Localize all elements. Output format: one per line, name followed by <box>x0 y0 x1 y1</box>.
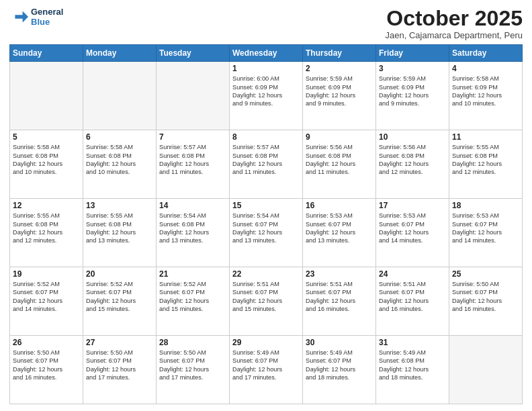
cell-info-line: Sunset: 6:08 PM <box>86 220 153 228</box>
cell-info-line: Sunrise: 5:50 AM <box>13 349 80 357</box>
day-number: 19 <box>13 269 80 279</box>
cell-info-line: Sunrise: 5:49 AM <box>232 349 300 357</box>
calendar-cell <box>83 62 157 130</box>
cell-info-line: and 14 minutes. <box>13 305 80 313</box>
cell-info-line: Sunset: 6:08 PM <box>306 152 373 160</box>
cell-info-line: Sunset: 6:09 PM <box>306 83 373 91</box>
calendar-cell: 27Sunrise: 5:50 AMSunset: 6:07 PMDayligh… <box>83 336 157 404</box>
cell-info-line: and 15 minutes. <box>86 305 153 313</box>
cell-info-line: Sunset: 6:08 PM <box>13 152 80 160</box>
cell-info-line: Daylight: 12 hours <box>306 91 373 99</box>
cell-info-line: and 16 minutes. <box>452 305 519 313</box>
cell-info-line: Daylight: 12 hours <box>379 160 446 168</box>
cell-info-line: Sunrise: 5:52 AM <box>159 280 226 288</box>
weekday-header: Saturday <box>449 45 523 62</box>
cell-info-line: Daylight: 12 hours <box>159 160 226 168</box>
calendar-cell: 12Sunrise: 5:55 AMSunset: 6:08 PMDayligh… <box>10 199 83 267</box>
cell-info-line: Daylight: 12 hours <box>86 160 153 168</box>
cell-info-line: Sunrise: 5:57 AM <box>159 143 226 151</box>
cell-info-line: Daylight: 12 hours <box>306 160 373 168</box>
cell-info-line: Sunrise: 5:54 AM <box>159 212 226 220</box>
weekday-header-row: SundayMondayTuesdayWednesdayThursdayFrid… <box>10 45 523 62</box>
calendar-cell: 6Sunrise: 5:58 AMSunset: 6:08 PMDaylight… <box>83 130 157 199</box>
day-number: 22 <box>232 269 300 279</box>
cell-info-line: Sunset: 6:09 PM <box>232 83 300 91</box>
cell-info-line: Sunrise: 5:54 AM <box>232 212 300 220</box>
cell-info-line: Sunset: 6:07 PM <box>13 288 80 296</box>
calendar-cell: 20Sunrise: 5:52 AMSunset: 6:07 PMDayligh… <box>83 267 157 336</box>
calendar-cell: 5Sunrise: 5:58 AMSunset: 6:08 PMDaylight… <box>10 130 83 199</box>
svg-marker-0 <box>15 11 28 23</box>
cell-info-line: Daylight: 12 hours <box>452 160 519 168</box>
calendar-row: 26Sunrise: 5:50 AMSunset: 6:07 PMDayligh… <box>10 336 523 404</box>
day-number: 26 <box>13 338 80 347</box>
cell-info-line: Sunset: 6:07 PM <box>86 288 153 296</box>
day-number: 12 <box>13 201 80 210</box>
cell-info-line: Sunset: 6:08 PM <box>232 152 300 160</box>
cell-info-line: Sunrise: 5:56 AM <box>379 143 446 151</box>
calendar-cell: 22Sunrise: 5:51 AMSunset: 6:07 PMDayligh… <box>230 267 303 336</box>
cell-info-line: Sunrise: 5:53 AM <box>306 212 373 220</box>
cell-info-line: Sunrise: 5:59 AM <box>379 75 446 83</box>
calendar-row: 12Sunrise: 5:55 AMSunset: 6:08 PMDayligh… <box>10 199 523 267</box>
calendar-cell: 26Sunrise: 5:50 AMSunset: 6:07 PMDayligh… <box>10 336 83 404</box>
calendar-cell: 21Sunrise: 5:52 AMSunset: 6:07 PMDayligh… <box>157 267 230 336</box>
weekday-header: Tuesday <box>157 45 230 62</box>
cell-info-line: Daylight: 12 hours <box>159 365 226 373</box>
day-number: 18 <box>452 201 519 210</box>
day-number: 24 <box>379 269 446 279</box>
cell-info-line: Sunrise: 5:56 AM <box>306 143 373 151</box>
day-number: 4 <box>452 64 519 73</box>
calendar-cell: 1Sunrise: 6:00 AMSunset: 6:09 PMDaylight… <box>230 62 303 130</box>
cell-info-line: and 13 minutes. <box>86 236 153 244</box>
cell-info-line: Sunrise: 5:53 AM <box>379 212 446 220</box>
logo-text: General Blue <box>31 7 63 27</box>
cell-info-line: and 14 minutes. <box>452 236 519 244</box>
cell-info-line: and 9 minutes. <box>306 99 373 107</box>
calendar-cell: 23Sunrise: 5:51 AMSunset: 6:07 PMDayligh… <box>303 267 376 336</box>
cell-info-line: and 15 minutes. <box>232 305 300 313</box>
cell-info-line: and 17 minutes. <box>232 373 300 381</box>
cell-info-line: and 18 minutes. <box>379 373 446 381</box>
cell-info-line: Sunset: 6:08 PM <box>452 152 519 160</box>
page: General Blue October 2025 Jaen, Cajamarc… <box>0 0 532 411</box>
cell-info-line: Daylight: 12 hours <box>13 297 80 305</box>
cell-info-line: Sunrise: 5:58 AM <box>452 75 519 83</box>
cell-info-line: Sunset: 6:07 PM <box>86 357 153 365</box>
day-number: 10 <box>379 132 446 142</box>
calendar-cell: 18Sunrise: 5:53 AMSunset: 6:07 PMDayligh… <box>449 199 523 267</box>
day-number: 6 <box>86 132 153 142</box>
cell-info-line: Sunrise: 5:57 AM <box>232 143 300 151</box>
cell-info-line: Sunset: 6:07 PM <box>306 357 373 365</box>
cell-info-line: Sunrise: 5:49 AM <box>306 349 373 357</box>
day-number: 13 <box>86 201 153 210</box>
cell-info-line: Daylight: 12 hours <box>379 228 446 236</box>
title-block: October 2025 Jaen, Cajamarca Department,… <box>386 7 523 40</box>
cell-info-line: Daylight: 12 hours <box>232 365 300 373</box>
day-number: 23 <box>306 269 373 279</box>
day-number: 21 <box>159 269 226 279</box>
cell-info-line: and 13 minutes. <box>159 236 226 244</box>
cell-info-line: Sunset: 6:07 PM <box>159 357 226 365</box>
cell-info-line: Daylight: 12 hours <box>86 228 153 236</box>
day-number: 14 <box>159 201 226 210</box>
cell-info-line: and 9 minutes. <box>379 99 446 107</box>
cell-info-line: Daylight: 12 hours <box>86 365 153 373</box>
cell-info-line: and 10 minutes. <box>86 168 153 176</box>
cell-info-line: Daylight: 12 hours <box>379 297 446 305</box>
calendar-cell: 15Sunrise: 5:54 AMSunset: 6:07 PMDayligh… <box>230 199 303 267</box>
cell-info-line: Daylight: 12 hours <box>13 228 80 236</box>
cell-info-line: Sunrise: 5:51 AM <box>232 280 300 288</box>
cell-info-line: Daylight: 12 hours <box>306 228 373 236</box>
cell-info-line: and 13 minutes. <box>306 236 373 244</box>
day-number: 7 <box>159 132 226 142</box>
cell-info-line: and 10 minutes. <box>452 99 519 107</box>
cell-info-line: Sunrise: 5:53 AM <box>452 212 519 220</box>
cell-info-line: Sunrise: 5:50 AM <box>159 349 226 357</box>
cell-info-line: and 16 minutes. <box>306 305 373 313</box>
cell-info-line: Sunrise: 5:52 AM <box>13 280 80 288</box>
cell-info-line: Sunset: 6:07 PM <box>232 220 300 228</box>
cell-info-line: Sunrise: 5:49 AM <box>379 349 446 357</box>
cell-info-line: Daylight: 12 hours <box>159 228 226 236</box>
calendar-row: 19Sunrise: 5:52 AMSunset: 6:07 PMDayligh… <box>10 267 523 336</box>
